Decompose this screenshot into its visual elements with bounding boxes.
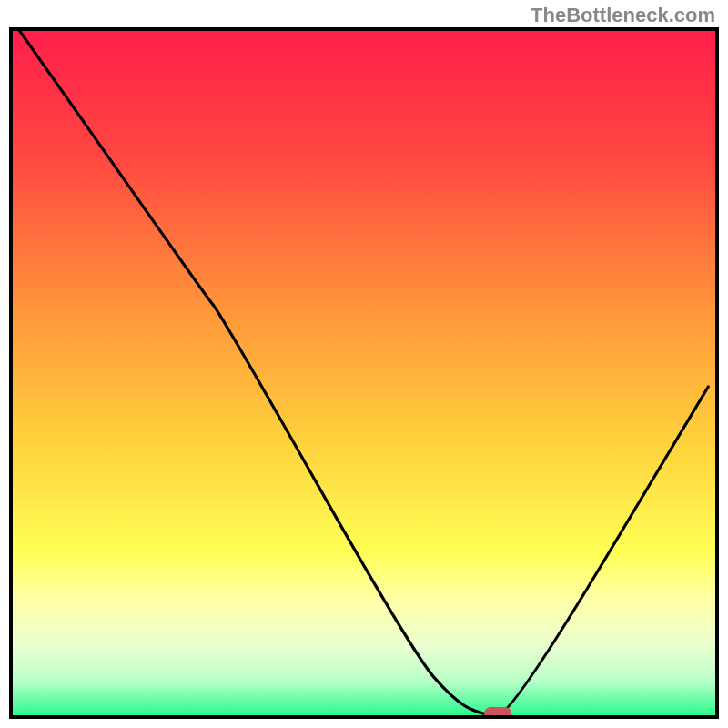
bottleneck-chart <box>13 31 715 715</box>
watermark-text: TheBottleneck.com <box>531 4 715 27</box>
chart-frame <box>9 27 719 719</box>
optimal-point-marker <box>484 707 511 719</box>
chart-background-gradient <box>13 31 715 715</box>
